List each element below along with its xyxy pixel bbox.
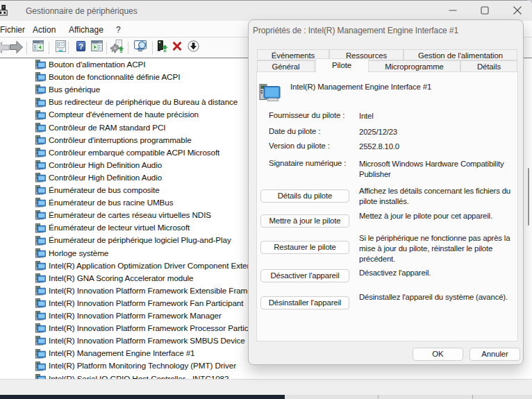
svg-text:?: ?	[78, 42, 83, 51]
